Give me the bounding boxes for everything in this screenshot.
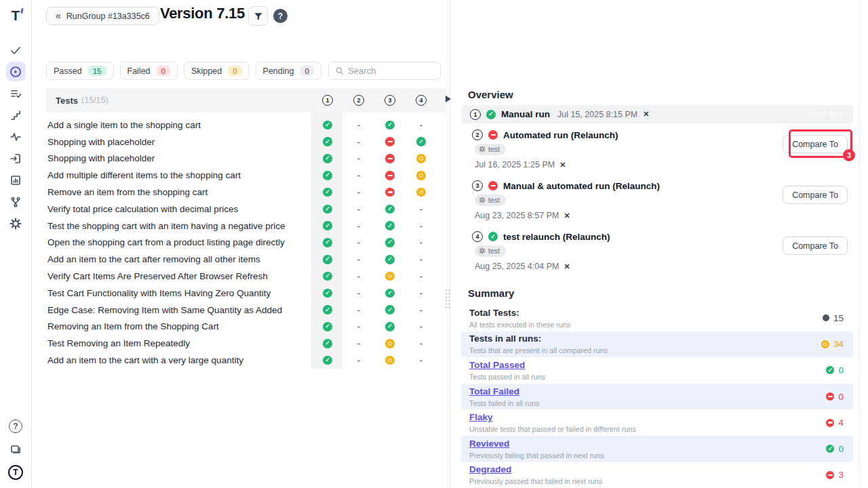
sidebar-item-reports[interactable] xyxy=(6,170,26,190)
collapse-panel-arrow-icon[interactable] xyxy=(446,96,451,102)
status-none-icon: - xyxy=(357,306,360,314)
sidebar-item-help[interactable]: ? xyxy=(9,420,22,433)
test-row[interactable]: Add a single item to the shopping cart✓-… xyxy=(46,117,446,134)
status-none-icon: - xyxy=(420,222,422,230)
status-none-icon: - xyxy=(420,289,422,298)
sidebar-item-milestones[interactable] xyxy=(6,105,26,125)
status-none-icon: - xyxy=(357,322,360,331)
status-none-icon: - xyxy=(357,238,360,247)
tag-gear-icon xyxy=(479,247,486,254)
summary-link[interactable]: Revieved xyxy=(469,439,604,450)
compare-to-button[interactable]: Compare To xyxy=(783,186,848,204)
right-scroll-gutter[interactable] xyxy=(859,0,868,488)
run-column-4[interactable]: 4 xyxy=(406,95,437,106)
sidebar-item-runs[interactable] xyxy=(6,62,26,81)
git-branch-icon xyxy=(9,196,22,208)
summary-count: 15 xyxy=(833,313,844,323)
filter-funnel-button[interactable] xyxy=(248,6,268,26)
sidebar-item-settings[interactable] xyxy=(6,214,26,233)
overview-panel: Overview 1✓Manual run Jul 15, 2025 8:15 … xyxy=(461,89,853,488)
sidebar-item-analytics[interactable] xyxy=(6,127,26,146)
test-status-cell xyxy=(374,154,406,163)
sidebar-item-profile[interactable]: T xyxy=(8,465,23,480)
status-none-icon: - xyxy=(420,121,422,129)
test-row[interactable]: Open the shopping cart from a product li… xyxy=(46,235,446,251)
test-status-cell: - xyxy=(343,188,374,197)
run-item-3[interactable]: 3Manual & automated run (Relaunch) test … xyxy=(461,174,853,225)
sidebar-item-tests[interactable] xyxy=(6,40,26,60)
status-skipped-icon xyxy=(385,339,395,348)
test-row[interactable]: Add an item to the cart after removing a… xyxy=(46,251,446,268)
sidebar-item-import[interactable] xyxy=(6,148,26,168)
filter-pill-passed[interactable]: Passed 15 xyxy=(46,62,114,80)
remove-run-icon[interactable]: ✕ xyxy=(564,211,570,220)
test-row[interactable]: Test the shopping cart with an item havi… xyxy=(46,218,446,235)
run-column-3[interactable]: 3 xyxy=(374,95,406,106)
status-passed-icon: ✓ xyxy=(488,232,498,241)
test-row[interactable]: Edge Case: Removing Item with Same Quant… xyxy=(46,302,446,319)
summary-label: Tests in all runs: xyxy=(469,333,608,345)
summary-link[interactable]: Flaky xyxy=(469,412,636,424)
compare-to-button[interactable]: Compare To xyxy=(783,237,848,255)
folders-icon xyxy=(9,443,22,455)
tests-table-count: (15/15) xyxy=(81,96,108,105)
test-row[interactable]: Verify Cart Items Are Preserved After Br… xyxy=(46,268,446,285)
test-status-cell: ✓ xyxy=(312,339,343,348)
test-row[interactable]: Add multiple different items to the shop… xyxy=(46,167,446,184)
filter-pill-skipped[interactable]: Skipped 0 xyxy=(184,62,250,80)
run-date: Jul 16, 2025 1:25 PM xyxy=(475,160,555,169)
test-row[interactable]: Shopping with placeholder✓-✓ xyxy=(46,134,446,150)
help-button[interactable]: ? xyxy=(273,9,288,23)
summary-link[interactable]: Total Passed xyxy=(469,360,545,371)
remove-run-icon[interactable]: ✕ xyxy=(559,161,566,169)
summary-description: Tests failed in all runs xyxy=(469,399,539,407)
sidebar-item-docs[interactable] xyxy=(6,439,26,459)
run-column-1[interactable]: 1 xyxy=(312,95,343,106)
test-status-cell: ✓ xyxy=(406,137,437,146)
check-icon xyxy=(9,44,22,56)
remove-run-icon[interactable]: ✕ xyxy=(564,262,570,271)
summary-link[interactable]: Degraded xyxy=(469,464,602,476)
test-row[interactable]: Test Removing an Item Repeatedly✓-- xyxy=(46,335,446,352)
status-passed-icon: ✓ xyxy=(385,255,395,264)
search-input[interactable] xyxy=(348,66,433,76)
compare-to-button[interactable]: Compare To xyxy=(783,135,848,153)
run-item-4[interactable]: 4✓test relaunch (Relaunch) test Aug 25, … xyxy=(461,225,853,276)
test-status-cell: - xyxy=(406,121,437,129)
summary-link[interactable]: Total Failed xyxy=(469,386,539,398)
test-row[interactable]: Test Cart Functionality with Items Havin… xyxy=(46,285,446,302)
status-passed-icon: ✓ xyxy=(323,154,332,163)
run-column-2[interactable]: 2 xyxy=(343,95,374,106)
status-passed-icon: ✓ xyxy=(323,255,332,264)
test-row[interactable]: Verify total price calculation with deci… xyxy=(46,201,446,218)
status-none-icon: - xyxy=(357,339,360,348)
test-row[interactable]: Shopping with placeholder✓- xyxy=(46,150,446,167)
test-status-cell: - xyxy=(343,322,374,331)
search-box[interactable] xyxy=(328,62,441,80)
search-icon xyxy=(336,66,343,75)
status-skipped-icon xyxy=(416,154,426,163)
app-logo-icon[interactable]: T xyxy=(12,8,20,22)
run-item-1[interactable]: 1✓Manual run Jul 15, 2025 8:15 PM ✕ Main… xyxy=(461,105,853,123)
sidebar-item-plans[interactable] xyxy=(6,83,26,103)
sidebar-item-branches[interactable] xyxy=(6,192,26,211)
test-row[interactable]: Removing an Item from the Shopping Cart✓… xyxy=(46,319,446,336)
remove-run-icon[interactable]: ✕ xyxy=(643,110,649,119)
tag-gear-icon xyxy=(479,197,486,203)
filter-pill-failed[interactable]: Failed 0 xyxy=(120,62,178,80)
test-row[interactable]: Add an item to the cart with a very larg… xyxy=(46,352,446,369)
filter-pill-pending[interactable]: Pending 0 xyxy=(256,62,321,80)
test-row[interactable]: Remove an item from the shopping cart✓- xyxy=(46,184,446,201)
rungroup-back-button[interactable]: « RunGroup #13a335c6 xyxy=(46,7,159,25)
run-item-2[interactable]: 2Automated run (Relaunch) test Jul 16, 2… xyxy=(461,123,853,174)
test-name: Verify Cart Items Are Preserved After Br… xyxy=(47,271,312,281)
test-status-cell: ✓ xyxy=(312,137,343,146)
status-none-icon: - xyxy=(357,138,360,146)
summary-row: Tests in all runs: Tests that are presen… xyxy=(461,331,853,358)
summary-description: Tests that are present in all compared r… xyxy=(469,346,608,354)
summary-count: 0 xyxy=(838,444,844,454)
summary-description: Tests passed in all runs xyxy=(469,373,545,381)
tests-table-body: Add a single item to the shopping cart✓-… xyxy=(46,113,446,369)
summary-count: 3 xyxy=(838,470,844,480)
runs-list: 1✓Manual run Jul 15, 2025 8:15 PM ✕ Main… xyxy=(461,105,853,276)
